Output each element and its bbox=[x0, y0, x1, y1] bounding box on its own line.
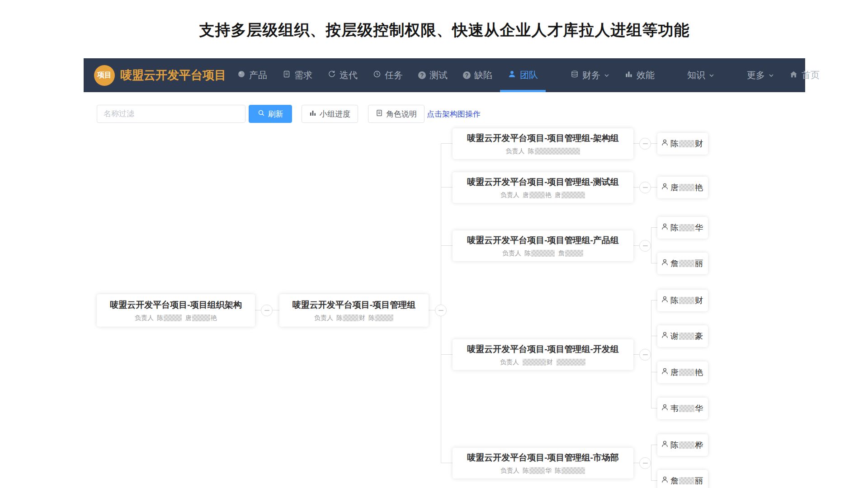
connector-line bbox=[651, 336, 657, 336]
redacted-text bbox=[375, 314, 393, 321]
collapse-toggle[interactable] bbox=[435, 305, 447, 316]
minus-icon bbox=[439, 310, 443, 311]
member-card[interactable]: 陈财 bbox=[657, 290, 708, 311]
leader-name: 唐艳 bbox=[185, 314, 217, 322]
nav-item-requirement[interactable]: 需求 bbox=[275, 58, 320, 92]
connector-line bbox=[651, 300, 657, 300]
nav-item-defect[interactable]: ? 缺陷 bbox=[455, 58, 500, 92]
redacted-text bbox=[679, 477, 694, 484]
redacted-text bbox=[679, 369, 694, 376]
member-name: 陈财 bbox=[670, 138, 703, 149]
team-icon bbox=[508, 70, 516, 81]
member-card[interactable]: 唐艳 bbox=[657, 361, 708, 383]
leader-name: 陈 bbox=[368, 314, 394, 322]
redacted-text bbox=[192, 314, 210, 321]
role-description-button[interactable]: 角色说明 bbox=[368, 105, 425, 123]
org-node-leaders: 负责人 陈华 陈 bbox=[500, 467, 585, 475]
redacted-text bbox=[679, 405, 694, 412]
leader-name: 陈 bbox=[555, 467, 585, 475]
minus-icon bbox=[643, 143, 648, 144]
nav-item-more[interactable]: 更多 bbox=[739, 58, 782, 92]
project-title: 唛盟云开发平台项目 bbox=[120, 67, 226, 83]
nav-item-product[interactable]: 产品 bbox=[230, 58, 275, 92]
chevron-down-icon bbox=[604, 70, 609, 80]
org-node-architecture-group[interactable]: 唛盟云开发平台项目-项目管理组-架构组 负责人 陈 bbox=[453, 128, 633, 159]
person-icon bbox=[661, 440, 669, 450]
refresh-button[interactable]: 刷新 bbox=[249, 105, 292, 123]
redacted-text bbox=[523, 359, 546, 366]
member-card[interactable]: 谢豪 bbox=[657, 325, 708, 347]
org-node-dev-group[interactable]: 唛盟云开发平台项目-项目管理组-开发组 负责人 财 bbox=[453, 339, 633, 370]
group-progress-button[interactable]: 小组进度 bbox=[302, 105, 358, 123]
nav-item-label: 团队 bbox=[520, 69, 538, 81]
nav-item-label: 财务 bbox=[582, 69, 600, 81]
nav-item-home[interactable]: 首页 bbox=[782, 58, 827, 92]
leader-label: 负责人 bbox=[314, 314, 333, 322]
nav-item-performance[interactable]: 效能 bbox=[617, 58, 662, 92]
project-logo-text: 项目 bbox=[97, 70, 112, 80]
member-card[interactable]: 陈华 bbox=[657, 217, 708, 239]
nav-item-test[interactable]: ? 测试 bbox=[410, 58, 455, 92]
member-card[interactable]: 詹丽 bbox=[657, 253, 708, 274]
diagram-hint-link[interactable]: 点击架构图操作 bbox=[427, 105, 481, 123]
nav-item-task[interactable]: 任务 bbox=[365, 58, 410, 92]
collapse-toggle[interactable] bbox=[639, 138, 651, 150]
org-node-leaders: 负责人 陈 bbox=[506, 147, 580, 155]
collapse-toggle[interactable] bbox=[261, 305, 273, 316]
member-card[interactable]: 詹丽 bbox=[657, 470, 708, 488]
redacted-text bbox=[679, 441, 694, 449]
org-node-marketing-dept[interactable]: 唛盟云开发平台项目-项目管理组-市场部 负责人 陈华 陈 bbox=[453, 448, 633, 479]
redacted-text bbox=[679, 297, 694, 304]
connector-line bbox=[633, 245, 639, 246]
project-logo: 项目 bbox=[94, 65, 115, 86]
redacted-text bbox=[557, 359, 585, 366]
connector-line bbox=[651, 143, 657, 144]
role-description-label: 角色说明 bbox=[386, 109, 417, 119]
leader-label: 负责人 bbox=[500, 191, 519, 199]
nav-item-team[interactable]: 团队 bbox=[500, 58, 546, 92]
org-node-leaders: 负责人 陈 唐艳 bbox=[135, 314, 217, 322]
leader-label: 负责人 bbox=[502, 249, 521, 258]
bar-chart-icon bbox=[309, 109, 316, 119]
connector-line bbox=[633, 187, 639, 188]
document-icon bbox=[376, 109, 383, 119]
member-card[interactable]: 韦华 bbox=[657, 398, 708, 419]
collapse-toggle[interactable] bbox=[639, 349, 651, 361]
redacted-text bbox=[561, 192, 585, 198]
collapse-toggle[interactable] bbox=[639, 182, 651, 193]
org-node-root[interactable]: 唛盟云开发平台项目-项目组织架构 负责人 陈 唐艳 bbox=[97, 294, 255, 327]
org-node-product-group[interactable]: 唛盟云开发平台项目-项目管理组-产品组 负责人 陈 詹 bbox=[453, 230, 633, 261]
org-node-title: 唛盟云开发平台项目-项目组织架构 bbox=[110, 299, 241, 311]
minus-icon bbox=[643, 245, 648, 246]
connector-line bbox=[651, 408, 657, 408]
nav-item-knowledge[interactable]: 知识 bbox=[679, 58, 722, 92]
nav-item-label: 效能 bbox=[637, 69, 655, 81]
member-card[interactable]: 陈财 bbox=[657, 133, 708, 155]
name-filter-input[interactable] bbox=[97, 105, 245, 123]
org-node-title: 唛盟云开发平台项目-项目管理组-开发组 bbox=[467, 343, 619, 355]
nav-item-finance[interactable]: 财务 bbox=[563, 58, 617, 92]
collapse-toggle[interactable] bbox=[639, 457, 651, 469]
nav-item-iteration[interactable]: 迭代 bbox=[320, 58, 365, 92]
nav-item-label: 缺陷 bbox=[474, 69, 492, 81]
connector-line bbox=[255, 310, 261, 310]
connector-line bbox=[633, 143, 639, 144]
redacted-text bbox=[531, 250, 555, 257]
member-card[interactable]: 唐艳 bbox=[657, 177, 708, 198]
leader-name: 詹 bbox=[558, 249, 584, 258]
leader-name: 陈 bbox=[157, 314, 182, 322]
connector-line bbox=[441, 245, 453, 246]
nav-item-label: 任务 bbox=[385, 69, 403, 81]
member-name: 陈财 bbox=[670, 295, 703, 306]
org-node-test-group[interactable]: 唛盟云开发平台项目-项目管理组-测试组 负责人 唐艳 唐 bbox=[453, 172, 633, 203]
person-icon bbox=[661, 476, 669, 486]
nav-item-label: 更多 bbox=[747, 69, 765, 81]
member-card[interactable]: 陈桦 bbox=[657, 434, 708, 456]
member-name: 詹丽 bbox=[670, 258, 703, 269]
member-name: 陈华 bbox=[670, 222, 703, 233]
org-node-title: 唛盟云开发平台项目-项目管理组-测试组 bbox=[467, 176, 619, 188]
person-icon bbox=[661, 139, 669, 149]
leader-label: 负责人 bbox=[135, 314, 154, 322]
collapse-toggle[interactable] bbox=[639, 240, 651, 252]
org-node-manager-group[interactable]: 唛盟云开发平台项目-项目管理组 负责人 陈财 陈 bbox=[279, 294, 429, 327]
